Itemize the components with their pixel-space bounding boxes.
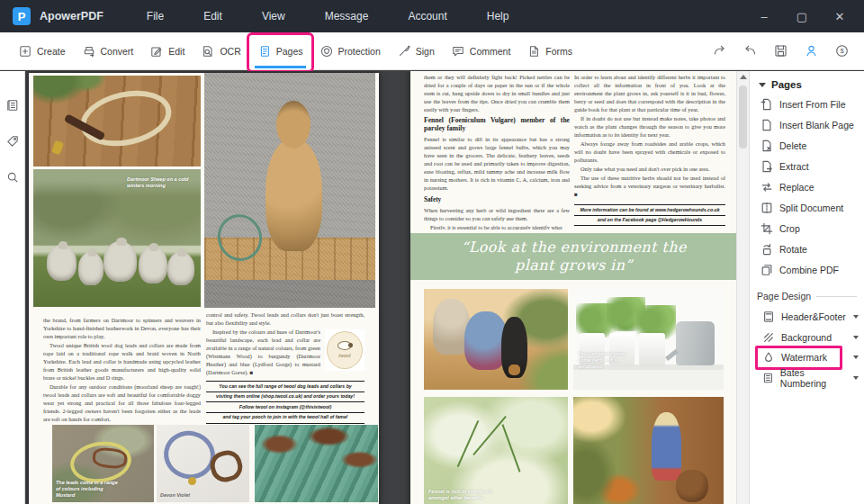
dropdown-caret-icon[interactable]	[853, 315, 859, 319]
split-document-icon	[760, 202, 773, 214]
fennel-frond-shape	[457, 420, 480, 467]
vertical-scrollbar[interactable]	[736, 71, 749, 504]
tag-attachment-icon[interactable]	[5, 134, 20, 148]
sheep-shape	[139, 247, 167, 284]
twool-info-box: You can see the full range of twool dog …	[206, 381, 364, 424]
edit-button[interactable]: Edit	[148, 40, 186, 62]
tool-insert-from-file[interactable]: Insert From File	[750, 94, 864, 114]
forms-button[interactable]: Forms	[525, 40, 574, 62]
menu-view[interactable]: View	[253, 10, 294, 22]
dropdown-caret-icon[interactable]	[853, 376, 859, 380]
titlebar: P ApowerPDF File Edit View Message Accou…	[0, 0, 864, 32]
edit-icon	[149, 44, 164, 58]
tool-delete[interactable]: Delete	[750, 135, 864, 156]
caption-windowsill: You can easily grow some herbs on a wind…	[578, 351, 634, 370]
tool-split-document[interactable]: Split Document	[750, 197, 864, 218]
create-label: Create	[37, 46, 66, 57]
account-user-icon[interactable]	[804, 43, 819, 58]
ocr-label: OCR	[220, 46, 240, 57]
tool-combine-pdf[interactable]: Combine PDF	[750, 259, 864, 280]
twool-logo: twool	[325, 329, 364, 371]
convert-label: Convert	[101, 46, 134, 57]
note-line: Follow twool on instagram (@thisistwool)	[206, 402, 364, 413]
menu-help[interactable]: Help	[478, 10, 518, 22]
note-line: and on the Facebook page @HedgerowHounds	[574, 216, 725, 227]
tool-background[interactable]: Background	[750, 328, 859, 348]
paragraph: When harvesting any herb or wild ingredi…	[424, 206, 570, 222]
protection-label: Protection	[338, 46, 381, 57]
paragraph: If in doubt do not use but instead make …	[574, 114, 725, 139]
maximize-button[interactable]: ▢	[796, 10, 808, 23]
tool-crop[interactable]: Crop	[750, 218, 864, 238]
comment-button[interactable]: Comment	[449, 40, 513, 62]
purchase-dollar-icon[interactable]: $	[834, 43, 850, 58]
note-line: More information can be found at www.hed…	[574, 205, 725, 216]
paragraph: the brand, from farmers on Dartmoor to s…	[43, 316, 201, 340]
divider	[816, 296, 857, 297]
tool-bates-numbering[interactable]: Bates Numbering	[750, 368, 859, 389]
tool-insert-blank-page[interactable]: Insert Blank Page	[750, 114, 864, 135]
sign-button[interactable]: Sign	[395, 40, 436, 62]
paragraph: Always forage away from roadsides and ar…	[574, 140, 725, 164]
sheep-shape	[167, 252, 194, 285]
quote-text: “Look at the environment the plant grows…	[451, 238, 696, 274]
paragraph: Only take what you need and don't over p…	[574, 165, 725, 173]
note-line: You can see the full range of twool dog …	[206, 382, 364, 392]
menu-file[interactable]: File	[138, 10, 173, 22]
ocr-button[interactable]: OCR	[199, 40, 242, 62]
menu-message[interactable]: Message	[316, 10, 378, 22]
menu-account[interactable]: Account	[399, 10, 455, 22]
photo-rope-lead	[33, 76, 201, 166]
paragraph: Firstly, it is essential to be able to a…	[424, 223, 570, 230]
paragraph: Durable for any outdoor conditions (moor…	[43, 382, 201, 423]
pages-button[interactable]: Pages	[256, 40, 305, 62]
violet-lead-shape	[159, 426, 220, 484]
tool-replace[interactable]: Replace	[750, 176, 864, 197]
menu-edit[interactable]: Edit	[194, 10, 231, 22]
dropdown-caret-icon[interactable]	[853, 336, 859, 339]
left-page-column-1: the brand, from farmers on Dartmoor to s…	[43, 316, 201, 424]
redo-icon[interactable]	[712, 43, 727, 58]
watermark-droplet-icon	[762, 351, 775, 364]
crop-icon	[760, 222, 773, 235]
undo-icon[interactable]	[742, 43, 758, 58]
save-icon[interactable]	[773, 43, 788, 58]
close-button[interactable]: ✕	[833, 10, 846, 23]
photo-girl-watering	[573, 397, 724, 504]
paragraph: In order to learn about and identify dif…	[574, 73, 725, 113]
pages-panel-header[interactable]: Pages	[750, 71, 864, 94]
scrollbar-thumb[interactable]	[739, 86, 747, 148]
tool-label: Replace	[779, 182, 814, 193]
sheep-shape	[78, 252, 104, 285]
tool-rotate[interactable]: Rotate	[750, 238, 864, 259]
tool-header-footer[interactable]: Header&Footer	[750, 307, 859, 328]
dropdown-caret-icon[interactable]	[853, 356, 859, 359]
paragraph: Twool unique British wool dog leads and …	[43, 341, 201, 382]
create-button[interactable]: Create	[16, 40, 68, 62]
app-logo-icon: P	[13, 7, 31, 25]
create-icon	[18, 44, 32, 58]
dog-head-shape	[276, 101, 310, 148]
tool-label: Insert From File	[779, 99, 846, 110]
sheep-shape	[47, 245, 76, 281]
right-page-column-2: In order to learn about and identify dif…	[574, 73, 725, 230]
quote-banner: “Look at the environment the plant grows…	[410, 233, 736, 280]
sign-icon	[397, 44, 411, 58]
rope-shape	[76, 83, 176, 154]
svg-text:$: $	[840, 47, 844, 55]
convert-button[interactable]: Convert	[80, 40, 136, 62]
protection-icon	[320, 44, 334, 58]
note-line: and tag your pooch to join in with the t…	[206, 413, 364, 424]
protection-button[interactable]: Protection	[318, 40, 382, 62]
page-thumbnails-icon[interactable]	[5, 98, 20, 112]
tool-extract[interactable]: Extract	[750, 156, 864, 176]
scroll-up-arrow-icon[interactable]	[740, 75, 747, 79]
document-view[interactable]: Dartmoor Sheep on a cold winters morning…	[26, 71, 736, 504]
caption-fennel: Fennel is rich in vitamins C amongst oth…	[428, 489, 500, 501]
minimize-button[interactable]: –	[758, 10, 770, 23]
tool-label: Delete	[779, 140, 806, 151]
toolbar-left-group: Create Convert Edit OCR Pages Protection…	[0, 40, 574, 62]
heading-safety: Safety	[424, 195, 570, 204]
search-icon[interactable]	[5, 170, 20, 184]
tool-watermark[interactable]: Watermark	[750, 347, 859, 368]
